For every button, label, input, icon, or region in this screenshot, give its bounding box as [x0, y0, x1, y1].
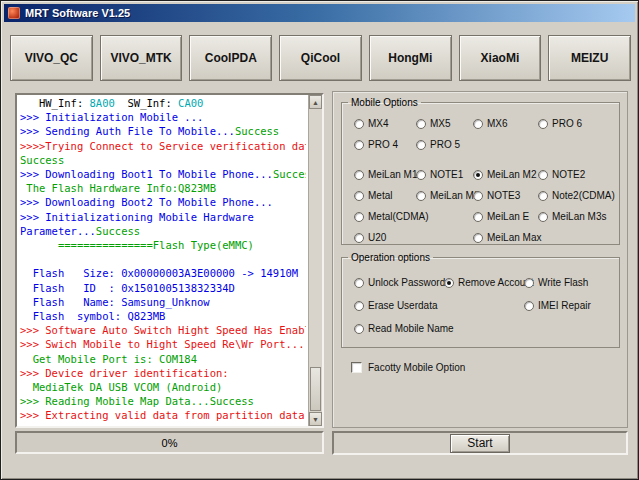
mobile-option-metal[interactable]: Metal — [354, 185, 416, 206]
log-line: Success — [20, 153, 306, 167]
radio-icon — [473, 191, 483, 201]
operation-option-remove-account[interactable]: Remove Account — [444, 271, 524, 294]
log-line: >>> Downloading Boot2 To Mobile Phone... — [20, 195, 306, 209]
scroll-up-icon[interactable]: ▲ — [309, 95, 322, 109]
log-scrollbar[interactable]: ▲ ▼ — [308, 95, 322, 426]
radio-icon — [538, 191, 548, 201]
mobile-option-note2-cdma[interactable]: Note2(CDMA) — [538, 185, 617, 206]
radio-icon — [524, 278, 534, 288]
log-panel: HW_Inf: 8A00 SW_Inf: CA00>>> Initializat… — [15, 93, 324, 428]
mobile-option-pro-6[interactable]: PRO 6 — [538, 113, 617, 134]
radio-label: PRO 4 — [368, 139, 398, 150]
mobile-options-group: Mobile Options MX4MX5MX6PRO 6PRO 4PRO 5M… — [341, 97, 620, 245]
radio-icon — [524, 301, 534, 311]
radio-label: Note2(CDMA) — [552, 190, 615, 201]
radio-icon — [416, 170, 426, 180]
radio-label: NOTE1 — [430, 169, 463, 180]
log-line: >>> Device driver identification: — [20, 366, 306, 380]
tab-hongmi[interactable]: HongMi — [369, 35, 452, 81]
log-line: MediaTek DA USB VCOM (Android) — [20, 380, 306, 394]
radio-label: MX5 — [430, 118, 451, 129]
log-line: >>> Extracting valid data from partition… — [20, 408, 306, 422]
mobile-option-note2[interactable]: NOTE2 — [538, 164, 617, 185]
radio-label: MeiLan M2 — [487, 169, 536, 180]
log-line: >>> Initialization Mobile ... — [20, 110, 306, 124]
factory-option-label: Facotty Mobile Option — [368, 362, 465, 373]
radio-label: IMEI Repair — [538, 300, 591, 311]
window-title: MRT Software V1.25 — [25, 7, 130, 19]
radio-label: Erase Userdata — [368, 300, 437, 311]
radio-label: MeiLan M3s — [552, 211, 606, 222]
radio-label: MeiLan E — [487, 211, 529, 222]
start-button[interactable]: Start — [450, 434, 509, 453]
log-line: Flash Name: Samsung_Unknow — [20, 295, 306, 309]
mobile-option-metal-cdma[interactable]: Metal(CDMA) — [354, 206, 416, 227]
operation-option-write-flash[interactable]: Write Flash — [524, 271, 617, 294]
mobile-option-mx6[interactable]: MX6 — [473, 113, 538, 134]
mobile-option-meilan-m3[interactable]: MeiLan M3 — [416, 185, 473, 206]
log-line: >>>>Trying Connect to Service verificati… — [20, 139, 306, 153]
mobile-option-meilan-m1[interactable]: MeiLan M1 — [354, 164, 416, 185]
radio-icon — [538, 170, 548, 180]
tab-vivo-mtk[interactable]: VIVO_MTK — [100, 35, 183, 81]
radio-icon — [473, 170, 483, 180]
radio-label: PRO 5 — [430, 139, 460, 150]
radio-label: Unlock Password — [368, 277, 445, 288]
radio-icon — [416, 119, 426, 129]
radio-icon — [354, 212, 364, 222]
radio-label: Write Flash — [538, 277, 588, 288]
log-line: >>> Sending Auth File To Mobile...Succes… — [20, 124, 306, 138]
mobile-option-pro-5[interactable]: PRO 5 — [416, 134, 473, 155]
mobile-option-note3[interactable]: NOTE3 — [473, 185, 538, 206]
log-line: Flash symbol: Q823MB — [20, 309, 306, 323]
mobile-option-meilan-max[interactable]: MeiLan Max — [473, 227, 538, 248]
radio-icon — [354, 170, 364, 180]
radio-icon — [538, 119, 548, 129]
radio-icon — [354, 278, 364, 288]
tab-xiaomi[interactable]: XiaoMi — [459, 35, 542, 81]
radio-icon — [416, 191, 426, 201]
radio-label: U20 — [368, 232, 386, 243]
radio-label: Remove Account — [458, 277, 534, 288]
log-line: >>> Reading Mobile Map Data...Success — [20, 394, 306, 408]
operation-options-grid: Unlock PasswordRemove AccountWrite Flash… — [342, 263, 619, 340]
tab-qicool[interactable]: QiCool — [279, 35, 362, 81]
mobile-option-meilan-m2[interactable]: MeiLan M2 — [473, 164, 538, 185]
radio-icon — [473, 212, 483, 222]
radio-label: NOTE3 — [487, 190, 520, 201]
operation-option-erase-userdata[interactable]: Erase Userdata — [354, 294, 444, 317]
mobile-option-mx4[interactable]: MX4 — [354, 113, 416, 134]
mobile-option-mx5[interactable]: MX5 — [416, 113, 473, 134]
radio-label: MeiLan M1 — [368, 169, 417, 180]
log-line: Get Mobile Port is: COM184 — [20, 352, 306, 366]
mobile-option-pro-4[interactable]: PRO 4 — [354, 134, 416, 155]
log-line: Flash Size: 0x00000003A3E00000 -> 14910M — [20, 266, 306, 280]
tab-meizu[interactable]: MEIZU — [548, 35, 631, 81]
radio-icon — [354, 233, 364, 243]
radio-label: MeiLan Max — [487, 232, 541, 243]
tab-vivo-qc[interactable]: VIVO_QC — [10, 35, 93, 81]
radio-icon — [473, 119, 483, 129]
scrollbar-thumb[interactable] — [310, 367, 321, 411]
radio-icon — [538, 212, 548, 222]
log-line: >>> Software Auto Switch Hight Speed Has… — [20, 323, 306, 337]
mobile-options-grid: MX4MX5MX6PRO 6PRO 4PRO 5MeiLan M1NOTE1Me… — [342, 108, 619, 248]
operation-option-imei-repair[interactable]: IMEI Repair — [524, 294, 617, 317]
mobile-option-meilan-m3s[interactable]: MeiLan M3s — [538, 206, 617, 227]
factory-mobile-option-checkbox[interactable]: Facotty Mobile Option — [351, 362, 465, 373]
operation-option-unlock-password[interactable]: Unlock Password — [354, 271, 444, 294]
log-line: HW_Inf: 8A00 SW_Inf: CA00 — [20, 96, 306, 110]
log-line: >>> Downloading Boot1 To Mobile Phone...… — [20, 167, 306, 181]
title-bar[interactable]: MRT Software V1.25 — [4, 4, 635, 22]
radio-icon — [354, 191, 364, 201]
operation-option-read-mobile-name[interactable]: Read Mobile Name — [354, 317, 444, 340]
radio-label: Metal — [368, 190, 392, 201]
tab-coolpda[interactable]: CoolPDA — [189, 35, 272, 81]
operation-options-title: Operation options — [348, 252, 433, 263]
mobile-option-u20[interactable]: U20 — [354, 227, 416, 248]
scroll-down-icon[interactable]: ▼ — [309, 412, 322, 426]
log-line: Parameter...Success — [20, 224, 306, 238]
mobile-option-meilan-e[interactable]: MeiLan E — [473, 206, 538, 227]
brand-tabs: VIVO_QCVIVO_MTKCoolPDAQiCoolHongMiXiaoMi… — [10, 35, 631, 81]
mobile-option-note1[interactable]: NOTE1 — [416, 164, 473, 185]
